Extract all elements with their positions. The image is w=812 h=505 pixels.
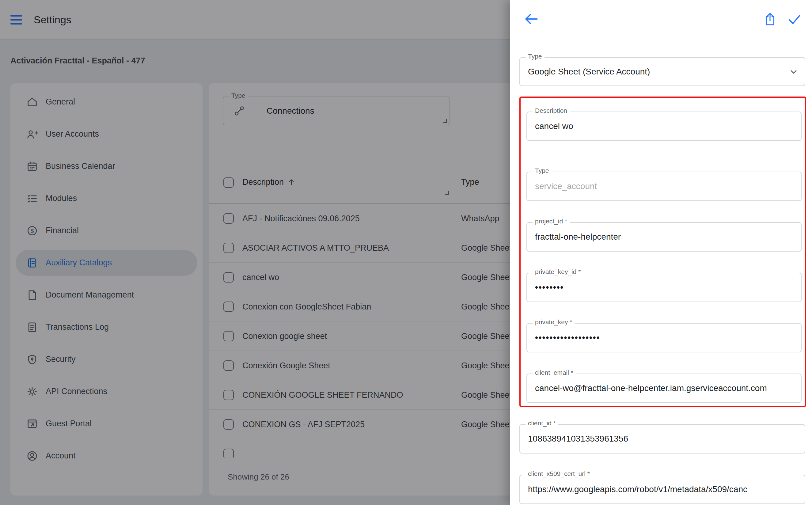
client-x509-cert-url-field[interactable]: client_x509_cert_url * https://www.googl… xyxy=(520,475,805,504)
field-value-masked: •••••••• xyxy=(535,283,794,292)
client-email-field[interactable]: client_email * cancel-wo@fracttal-one-he… xyxy=(527,373,802,403)
save-confirm-button[interactable] xyxy=(787,12,802,27)
chevron-down-icon[interactable] xyxy=(789,67,799,76)
private-key-field[interactable]: private_key * •••••••••••••••••• xyxy=(527,323,802,352)
private-key-id-field[interactable]: private_key_id * •••••••• xyxy=(527,273,802,302)
field-label: client_id * xyxy=(526,419,558,427)
back-button[interactable] xyxy=(523,10,540,28)
app-window: Settings Activación Fracttal - Español -… xyxy=(0,0,812,505)
field-label: Type xyxy=(533,167,552,174)
field-value: service_account xyxy=(535,181,794,191)
field-label: project_id * xyxy=(533,217,570,225)
field-value: Google Sheet (Service Account) xyxy=(528,67,797,76)
description-field[interactable]: Description cancel wo xyxy=(527,112,802,141)
client-id-field[interactable]: client_id * 108638941031353961356 xyxy=(520,424,805,454)
highlighted-fields-group: Description cancel wo Type service_accou… xyxy=(520,97,806,407)
field-value: 108638941031353961356 xyxy=(528,434,797,444)
share-button[interactable] xyxy=(762,12,778,27)
share-icon xyxy=(762,12,778,27)
service-account-type-field: Type service_account xyxy=(527,172,802,201)
field-label: client_x509_cert_url * xyxy=(526,470,592,477)
field-value: cancel wo xyxy=(535,121,794,131)
check-icon xyxy=(787,12,802,27)
connection-detail-panel: Type Google Sheet (Service Account) Desc… xyxy=(510,0,812,505)
field-value: fracttal-one-helpcenter xyxy=(535,232,794,242)
field-label: private_key * xyxy=(533,318,575,326)
connection-type-select[interactable]: Type Google Sheet (Service Account) xyxy=(520,57,805,86)
field-label: client_email * xyxy=(533,369,576,376)
field-value-masked: •••••••••••••••••• xyxy=(535,333,794,343)
field-label: Description xyxy=(533,107,570,114)
field-label: private_key_id * xyxy=(533,268,583,276)
field-label: Type xyxy=(526,53,545,60)
field-value: https://www.googleapis.com/robot/v1/meta… xyxy=(528,485,797,494)
modal-scrim[interactable] xyxy=(0,0,510,505)
project-id-field[interactable]: project_id * fracttal-one-helpcenter xyxy=(527,222,802,251)
field-value: cancel-wo@fracttal-one-helpcenter.iam.gs… xyxy=(535,383,794,393)
arrow-left-icon xyxy=(523,10,540,28)
